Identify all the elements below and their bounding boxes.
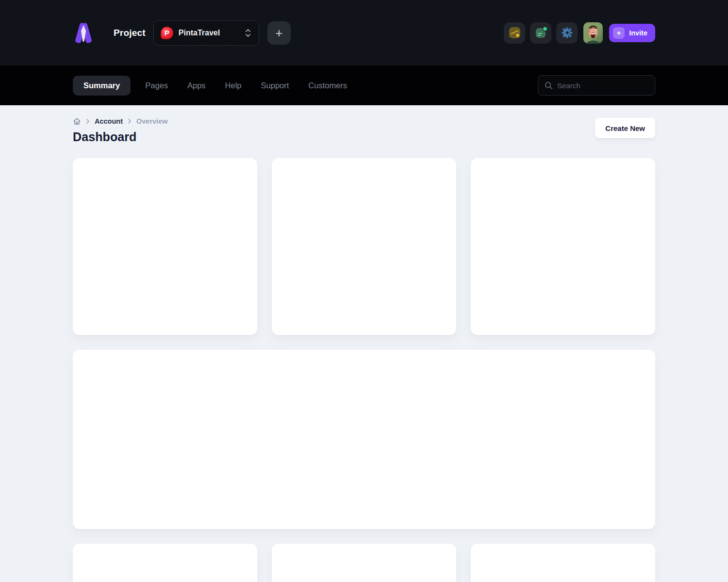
project-selector-dropdown[interactable]: P PintaTravel <box>153 20 259 46</box>
placeholder-card-6 <box>471 544 655 582</box>
home-icon[interactable] <box>73 117 81 126</box>
search-input[interactable] <box>557 81 648 90</box>
user-avatar[interactable] <box>583 22 603 44</box>
chevron-right-icon <box>127 118 132 124</box>
page-title: Dashboard <box>73 130 168 144</box>
search-box[interactable] <box>538 75 655 96</box>
breadcrumb-account[interactable]: Account <box>95 117 123 125</box>
placeholder-card-5 <box>272 544 456 582</box>
gear-icon <box>561 26 574 39</box>
invite-button-label: Invite <box>629 29 647 37</box>
chevron-up-down-icon <box>244 28 252 38</box>
settings-button[interactable] <box>556 22 578 44</box>
search-icon <box>545 81 553 90</box>
tab-apps[interactable]: Apps <box>182 76 211 96</box>
add-project-button[interactable]: + <box>267 21 291 45</box>
breadcrumb-and-title: Account Overview Dashboard <box>73 117 168 144</box>
analytics-star-icon <box>508 26 521 39</box>
page-head-row: Account Overview Dashboard Create New <box>73 117 655 144</box>
project-label: Project <box>114 28 146 38</box>
bottom-cards-row <box>73 544 655 582</box>
main-navbar: Summary Pages Apps Help Support Customer… <box>0 65 728 105</box>
analytics-button[interactable] <box>504 22 525 44</box>
top-cards-row <box>73 158 655 335</box>
placeholder-card-wide <box>73 350 655 529</box>
notes-icon <box>534 26 547 39</box>
project-name: PintaTravel <box>179 29 244 37</box>
content-area: Account Overview Dashboard Create New <box>0 105 728 582</box>
tab-pages[interactable]: Pages <box>140 76 173 96</box>
tab-summary[interactable]: Summary <box>73 76 131 96</box>
header-actions: + Invite <box>504 22 655 44</box>
chevron-right-icon <box>85 118 90 124</box>
breadcrumb: Account Overview <box>73 117 168 126</box>
placeholder-card-3 <box>471 158 655 335</box>
placeholder-card-4 <box>73 544 257 582</box>
project-logo-icon: P <box>161 27 173 39</box>
placeholder-card-2 <box>272 158 456 335</box>
brand-logo-icon[interactable] <box>73 22 94 44</box>
create-new-button[interactable]: Create New <box>595 118 655 138</box>
plus-icon: + <box>613 27 625 39</box>
breadcrumb-overview: Overview <box>136 117 168 125</box>
tab-help[interactable]: Help <box>220 76 247 96</box>
tab-customers[interactable]: Customers <box>303 76 352 96</box>
notes-button[interactable] <box>530 22 551 44</box>
invite-button[interactable]: + Invite <box>609 24 655 42</box>
top-header: Project P PintaTravel + <box>0 0 728 65</box>
tab-support[interactable]: Support <box>256 76 294 96</box>
nav-tabs: Summary Pages Apps Help Support Customer… <box>73 76 352 96</box>
placeholder-card-1 <box>73 158 257 335</box>
